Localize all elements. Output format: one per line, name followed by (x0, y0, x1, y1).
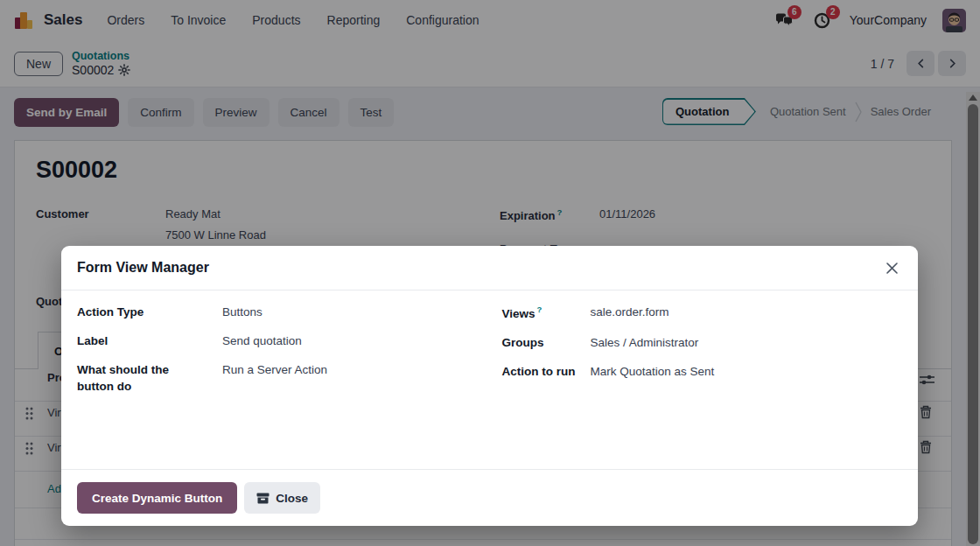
button-action-value[interactable]: Run a Server Action (222, 362, 327, 376)
label-value[interactable]: Send quotation (222, 333, 302, 347)
close-icon (886, 262, 899, 275)
views-value[interactable]: sale.order.form (591, 304, 669, 318)
action-type-label: Action Type (77, 304, 222, 320)
views-help-icon[interactable]: ? (537, 304, 542, 314)
screen: Sales Orders To Invoice Products Reporti… (0, 0, 980, 546)
archive-box-icon (256, 493, 270, 504)
dialog-body: Action Type Buttons Label Send quotation… (61, 290, 918, 469)
label-label: Label (77, 333, 222, 349)
create-dynamic-button[interactable]: Create Dynamic Button (77, 482, 237, 514)
close-dialog-button[interactable]: Close (244, 482, 320, 514)
action-to-run-label: Action to run (502, 364, 591, 380)
dialog-header: Form View Manager (61, 246, 918, 290)
views-label: Views? (502, 304, 591, 322)
action-to-run-value[interactable]: Mark Quotation as Sent (591, 364, 715, 378)
close-dialog-label: Close (276, 492, 308, 505)
dialog-footer: Create Dynamic Button Close (61, 469, 918, 526)
dialog-title: Form View Manager (77, 260, 209, 276)
dialog-close-button[interactable] (882, 258, 902, 278)
groups-value[interactable]: Sales / Administrator (591, 335, 699, 349)
groups-label: Groups (502, 335, 591, 351)
action-type-value[interactable]: Buttons (222, 304, 262, 318)
form-view-manager-dialog: Form View Manager Action Type Buttons La… (61, 246, 918, 526)
button-action-label: What should the button do (77, 362, 222, 394)
